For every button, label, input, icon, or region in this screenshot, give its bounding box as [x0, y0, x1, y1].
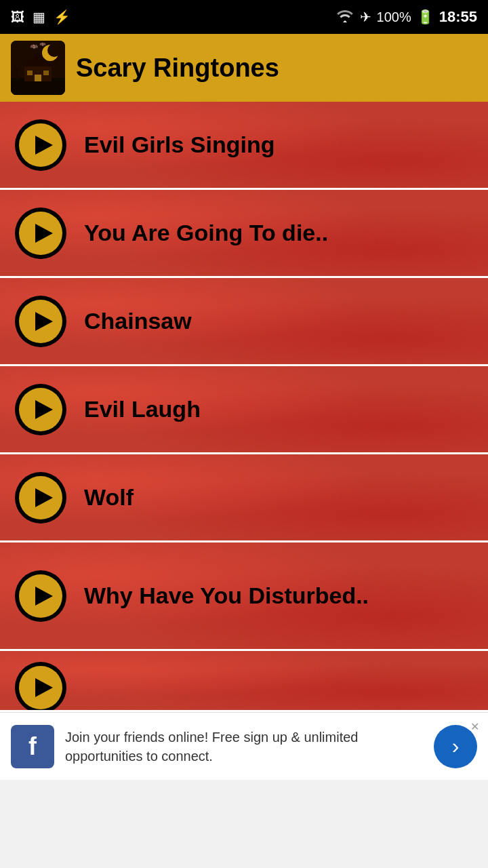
svg-rect-7: [27, 71, 33, 75]
svg-text:🦇: 🦇: [30, 42, 39, 51]
play-button[interactable]: [14, 569, 68, 623]
app-icon: 🦇 🦇: [11, 41, 65, 95]
ringtone-item[interactable]: You Are Going To die..: [0, 190, 488, 278]
ringtone-item[interactable]: Evil Laugh: [0, 366, 488, 454]
ringtone-item[interactable]: Why Have You Disturbed..: [0, 542, 488, 651]
battery-percent: 100%: [377, 9, 411, 25]
wifi-icon: [336, 8, 354, 26]
ad-close-button[interactable]: ✕: [466, 718, 483, 734]
ringtone-item[interactable]: Wolf: [0, 454, 488, 542]
barcode-icon: ▦: [33, 9, 45, 25]
svg-rect-8: [43, 71, 49, 75]
ringtone-title: You Are Going To die..: [84, 219, 328, 247]
play-button[interactable]: [14, 294, 68, 349]
svg-point-2: [47, 43, 61, 57]
play-button[interactable]: [14, 206, 68, 260]
status-bar: 🖼 ▦ ⚡ ✈ 100% 🔋 18:55: [0, 0, 488, 34]
app-title: Scary Ringtones: [76, 54, 279, 83]
ringtone-title: Chainsaw: [84, 307, 192, 335]
ringtone-title: Wolf: [84, 484, 134, 511]
ringtone-title: Evil Girls Singing: [84, 131, 275, 159]
ringtone-list: Evil Girls Singing You Are Going To die.…: [0, 102, 488, 712]
photo-icon: 🖼: [11, 9, 24, 25]
facebook-logo: f: [28, 732, 37, 761]
play-button[interactable]: [14, 660, 54, 701]
status-bar-left-icons: 🖼 ▦ ⚡: [11, 9, 70, 25]
time-display: 18:55: [439, 8, 477, 26]
battery-icon: 🔋: [417, 9, 434, 25]
ad-text: Join your friends online! Free sign up &…: [65, 728, 423, 766]
airplane-icon: ✈: [360, 9, 371, 25]
ringtone-item[interactable]: Chainsaw: [0, 278, 488, 366]
ringtone-item[interactable]: Evil Girls Singing: [0, 102, 488, 190]
ad-banner: f Join your friends online! Free sign up…: [0, 712, 488, 780]
play-button[interactable]: [14, 118, 68, 172]
facebook-icon: f: [11, 725, 54, 768]
ringtone-item[interactable]: [0, 651, 488, 712]
svg-text:🦇: 🦇: [39, 41, 46, 47]
usb-icon: ⚡: [54, 9, 70, 25]
play-button[interactable]: [14, 471, 68, 525]
status-bar-right-icons: ✈ 100% 🔋 18:55: [336, 8, 477, 26]
ringtone-title: Evil Laugh: [84, 395, 201, 423]
play-button[interactable]: [14, 382, 68, 437]
app-header: 🦇 🦇 Scary Ringtones: [0, 34, 488, 102]
ringtone-title: Why Have You Disturbed..: [84, 582, 369, 610]
svg-rect-6: [35, 75, 41, 81]
